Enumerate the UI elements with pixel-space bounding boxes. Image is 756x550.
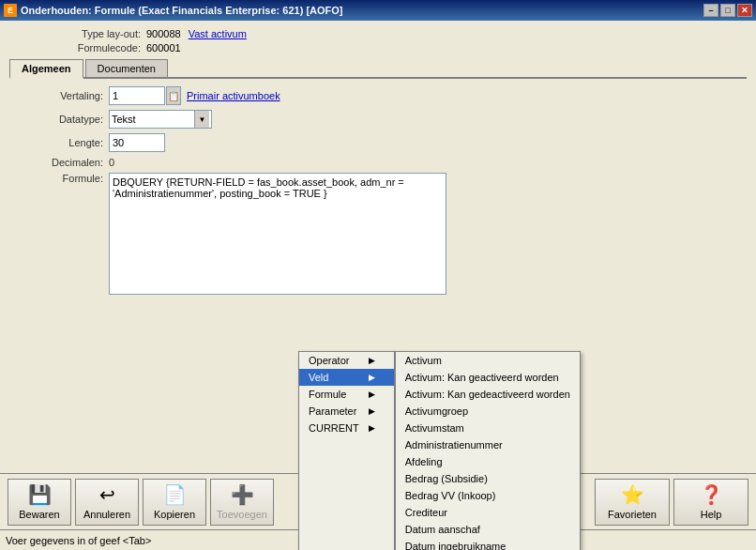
title-bar: E Onderhouden: Formule (Exact Financials… <box>0 0 756 21</box>
submenu-item-bedrag-subsidie[interactable]: Bedrag (Subsidie) <box>396 470 580 487</box>
datatype-row: Datatype: Tekst ▼ <box>19 110 737 129</box>
tab-bar: Algemeen Documenten <box>9 59 747 79</box>
context-menu-container: Operator ▶ Veld ▶ Formule ▶ Parameter ▶ … <box>298 351 581 550</box>
submenu-item-activum[interactable]: Activum <box>396 352 580 369</box>
formule-label: Formule: <box>19 173 103 184</box>
save-icon: 💾 <box>28 483 52 506</box>
maximize-button[interactable]: □ <box>720 4 735 17</box>
help-button[interactable]: ❓ Help <box>673 479 748 526</box>
menu-item-veld[interactable]: Veld ▶ <box>299 369 394 386</box>
tab-documenten[interactable]: Documenten <box>85 59 168 77</box>
main-container: Type lay-out: 900088 Vast activum Formul… <box>0 21 756 311</box>
submenu-item-activum-gedeactiveerd[interactable]: Activum: Kan gedeactiveerd worden <box>396 386 580 403</box>
vertaling-label: Vertaling: <box>19 90 103 101</box>
decimalen-label: Decimalen: <box>19 157 103 168</box>
datatype-label: Datatype: <box>19 114 103 125</box>
vertaling-row: Vertaling: 📋 Primair activumboek <box>19 86 737 105</box>
form-area: Vertaling: 📋 Primair activumboek Datatyp… <box>9 79 747 307</box>
annuleren-button[interactable]: ↩ Annuleren <box>75 479 139 526</box>
formule-textarea[interactable]: DBQUERY {RETURN-FIELD = fas_book.asset_b… <box>109 173 446 295</box>
submenu-item-administratienummer[interactable]: Administratienummer <box>396 436 580 453</box>
veld-arrow: ▶ <box>369 373 375 382</box>
copy-icon: 📄 <box>163 483 187 506</box>
vertaling-input[interactable] <box>109 86 165 105</box>
context-menu: Operator ▶ Veld ▶ Formule ▶ Parameter ▶ … <box>298 351 395 550</box>
undo-icon: ↩ <box>99 483 115 506</box>
menu-item-parameter[interactable]: Parameter ▶ <box>299 403 394 420</box>
app-icon: E <box>4 4 17 17</box>
bewaren-button[interactable]: 💾 Bewaren <box>8 479 71 526</box>
vertaling-icon-button[interactable]: 📋 <box>166 86 181 105</box>
datatype-arrow[interactable]: ▼ <box>194 111 209 128</box>
operator-arrow: ▶ <box>369 356 375 365</box>
formule-row: Formule: DBQUERY {RETURN-FIELD = fas_boo… <box>19 173 737 295</box>
close-button[interactable]: ✕ <box>737 4 752 17</box>
type-layout-row: Type lay-out: 900088 Vast activum <box>56 28 747 39</box>
help-icon: ❓ <box>700 483 723 506</box>
submenu-veld: Activum Activum: Kan geactiveerd worden … <box>395 351 581 550</box>
type-layout-value: 900088 <box>146 28 181 39</box>
submenu-item-datum-ingebruikname[interactable]: Datum ingebruikname <box>396 538 580 550</box>
submenu-item-datum-aanschaf[interactable]: Datum aanschaf <box>396 521 580 538</box>
primair-activumboek-link[interactable]: Primair activumboek <box>187 90 280 101</box>
decimalen-value: 0 <box>109 157 114 168</box>
tab-algemeen[interactable]: Algemeen <box>9 59 83 79</box>
formule-code-label: Formulecode: <box>56 42 141 53</box>
submenu-item-bedrag-vv[interactable]: Bedrag VV (Inkoop) <box>396 487 580 504</box>
lengte-input[interactable] <box>109 133 165 152</box>
vast-activum-link[interactable]: Vast activum <box>189 28 247 39</box>
formule-code-value: 600001 <box>146 42 181 53</box>
formule-code-row: Formulecode: 600001 <box>56 42 747 53</box>
submenu-item-activum-geactiveerd[interactable]: Activum: Kan geactiveerd worden <box>396 369 580 386</box>
window-controls[interactable]: – □ ✕ <box>703 4 752 17</box>
lengte-label: Lengte: <box>19 137 103 148</box>
submenu-item-afdeling[interactable]: Afdeling <box>396 453 580 470</box>
type-layout-label: Type lay-out: <box>56 28 141 39</box>
window-title: Onderhouden: Formule (Exact Financials E… <box>21 5 343 16</box>
decimalen-row: Decimalen: 0 <box>19 157 737 168</box>
submenu-item-crediteur[interactable]: Crediteur <box>396 504 580 521</box>
submenu-item-activumstam[interactable]: Activumstam <box>396 420 580 436</box>
datatype-select[interactable]: Tekst ▼ <box>109 110 212 129</box>
current-arrow: ▶ <box>369 423 375 433</box>
star-icon: ⭐ <box>621 483 644 506</box>
menu-item-current[interactable]: CURRENT ▶ <box>299 420 394 436</box>
add-icon: ➕ <box>231 483 254 506</box>
toevoegen-button[interactable]: ➕ Toevoegen <box>210 479 274 526</box>
lengte-row: Lengte: <box>19 133 737 152</box>
minimize-button[interactable]: – <box>703 4 718 17</box>
status-message: Voer gegevens in of geef <Tab> <box>6 535 151 546</box>
menu-item-operator[interactable]: Operator ▶ <box>299 352 394 369</box>
kopieren-button[interactable]: 📄 Kopieren <box>143 479 206 526</box>
submenu-item-activumgroep[interactable]: Activumgroep <box>396 403 580 420</box>
menu-item-formule[interactable]: Formule ▶ <box>299 386 394 403</box>
datatype-value: Tekst <box>112 114 136 125</box>
parameter-arrow: ▶ <box>369 406 375 416</box>
formule-arrow: ▶ <box>369 390 375 399</box>
favorieten-button[interactable]: ⭐ Favorieten <box>595 479 670 526</box>
